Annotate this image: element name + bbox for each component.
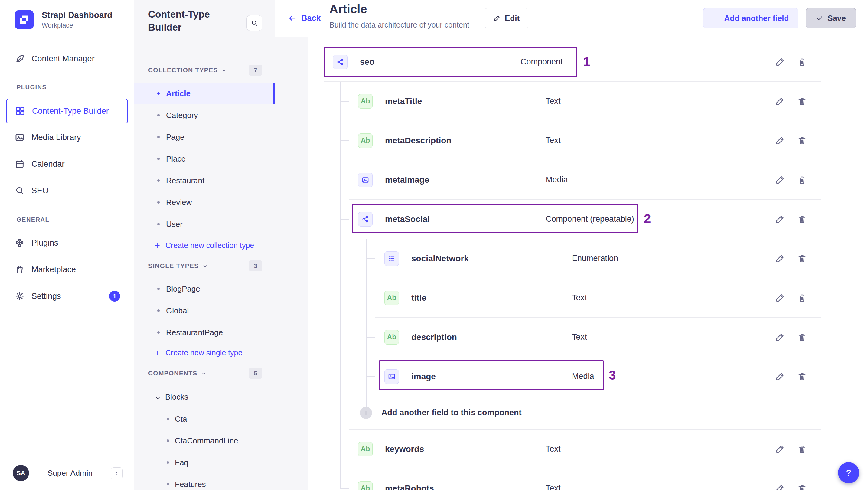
field-row-seo[interactable]: seo Component <box>324 42 822 82</box>
tree-line <box>340 140 349 141</box>
edit-field-button[interactable] <box>775 175 785 185</box>
edit-field-button[interactable] <box>775 444 785 454</box>
create-single-type-link[interactable]: Create new single type <box>154 345 242 360</box>
workspace-title: Strapi Dashboard <box>42 10 112 20</box>
help-button[interactable]: ? <box>838 462 859 483</box>
field-row-description[interactable]: Ab description Text <box>375 317 822 357</box>
sidebar-item-calendar[interactable]: Calendar <box>6 155 128 173</box>
collapse-sidebar-button[interactable] <box>111 467 123 480</box>
subnav-item-cta[interactable]: Cta <box>134 408 275 430</box>
edit-field-button[interactable] <box>775 484 785 490</box>
edit-field-button[interactable] <box>775 57 785 67</box>
field-row-keywords[interactable]: Ab keywords Text <box>349 429 822 469</box>
delete-field-button[interactable] <box>797 175 807 185</box>
sidebar-item-settings[interactable]: Settings 1 <box>6 287 128 305</box>
bullet-icon <box>157 331 160 334</box>
sidebar-item-marketplace[interactable]: Marketplace <box>6 261 128 279</box>
delete-field-button[interactable] <box>797 372 807 381</box>
field-row-metadescription[interactable]: Ab metaDescription Text <box>349 121 822 160</box>
text-field-icon: Ab <box>358 442 373 456</box>
text-field-icon: Ab <box>358 481 373 490</box>
subnav-item-place[interactable]: Place <box>134 148 275 170</box>
delete-field-button[interactable] <box>797 484 807 490</box>
bullet-icon <box>157 201 160 204</box>
count-badge: 7 <box>249 65 262 75</box>
field-row-title[interactable]: Ab title Text <box>375 278 822 317</box>
edit-field-button[interactable] <box>775 136 785 146</box>
main-content: Back Article Build the data architecture… <box>275 0 868 490</box>
subnav-item-ctacommandline[interactable]: CtaCommandLine <box>134 430 275 452</box>
collection-types-header[interactable]: COLLECTION TYPES 7 <box>148 64 262 76</box>
subnav-item-restaurantpage[interactable]: RestaurantPage <box>134 321 275 343</box>
field-row-metasocial[interactable]: metaSocial Component (repeatable) <box>349 200 822 239</box>
delete-field-button[interactable] <box>797 332 807 342</box>
delete-field-button[interactable] <box>797 57 807 67</box>
subnav-item-features[interactable]: Features <box>134 473 275 490</box>
subnav-title: Content-Type Builder <box>148 8 236 34</box>
create-collection-type-link[interactable]: Create new collection type <box>154 238 254 252</box>
search-button[interactable] <box>247 15 262 31</box>
delete-field-button[interactable] <box>797 444 807 454</box>
subnav-item-review[interactable]: Review <box>134 191 275 213</box>
edit-field-button[interactable] <box>775 96 785 106</box>
sidebar-item-media-library[interactable]: Media Library <box>6 128 128 146</box>
delete-field-button[interactable] <box>797 293 807 303</box>
edit-field-button[interactable] <box>775 332 785 342</box>
back-link[interactable]: Back <box>288 11 321 25</box>
field-row-image[interactable]: image Media <box>375 357 822 396</box>
bullet-icon <box>157 288 160 290</box>
content-type-builder-icon <box>15 106 25 116</box>
sidebar-item-plugins[interactable]: Plugins <box>6 234 128 252</box>
subnav-item-user[interactable]: User <box>134 213 275 235</box>
plus-icon <box>154 242 161 249</box>
subnav-item-page[interactable]: Page <box>134 126 275 148</box>
delete-field-button[interactable] <box>797 214 807 224</box>
user-name: Super Admin <box>48 468 93 478</box>
media-field-icon <box>358 173 373 187</box>
tree-line <box>340 101 349 102</box>
arrow-left-icon <box>288 13 297 23</box>
annotation-number-1: 1 <box>583 55 590 69</box>
delete-field-button[interactable] <box>797 136 807 146</box>
field-row-metarobots[interactable]: Ab metaRobots Text <box>349 469 822 490</box>
delete-field-button[interactable] <box>797 254 807 264</box>
annotation-number-2: 2 <box>644 211 651 226</box>
edit-field-button[interactable] <box>775 293 785 303</box>
edit-field-button[interactable] <box>775 214 785 224</box>
page-title: Article <box>329 2 367 16</box>
chevron-down-icon <box>202 263 208 269</box>
sidebar-item-content-manager[interactable]: Content Manager <box>6 50 128 68</box>
gear-icon <box>14 291 25 301</box>
edit-field-button[interactable] <box>775 254 785 264</box>
bullet-icon <box>157 114 160 117</box>
sidebar-item-label: Marketplace <box>31 265 76 274</box>
single-types-header[interactable]: SINGLE TYPES 3 <box>148 260 262 272</box>
add-another-field-button[interactable]: Add another field <box>703 8 798 28</box>
enumeration-icon <box>384 251 399 266</box>
field-row-metatitle[interactable]: Ab metaTitle Text <box>349 82 822 121</box>
annotation-number-3: 3 <box>609 368 616 382</box>
count-badge: 5 <box>249 368 262 379</box>
subnav-item-faq[interactable]: Faq <box>134 452 275 473</box>
edit-button[interactable]: Edit <box>485 8 528 28</box>
tree-line <box>366 258 375 259</box>
sidebar-item-content-type-builder[interactable]: Content-Type Builder <box>6 99 128 123</box>
delete-field-button[interactable] <box>797 96 807 106</box>
tree-line <box>366 239 367 413</box>
subnav-item-restaurant[interactable]: Restaurant <box>134 170 275 191</box>
subnav-item-category[interactable]: Category <box>134 104 275 126</box>
subnav-item-global[interactable]: Global <box>134 300 275 321</box>
sidebar-item-seo[interactable]: SEO <box>6 182 128 200</box>
component-category-blocks[interactable]: Blocks <box>155 388 188 405</box>
field-row-socialnetwork[interactable]: socialNetwork Enumeration <box>375 239 822 278</box>
subnav-item-article[interactable]: Article <box>134 83 275 104</box>
component-icon <box>333 55 347 69</box>
save-button[interactable]: Save <box>806 8 856 28</box>
edit-field-button[interactable] <box>775 372 785 381</box>
page-subtitle: Build the data architecture of your cont… <box>329 21 469 29</box>
components-header[interactable]: COMPONENTS 5 <box>148 367 262 379</box>
field-row-metaimage[interactable]: metaImage Media <box>349 160 822 200</box>
sidebar-item-label: Settings <box>31 292 61 301</box>
subnav-item-blogpage[interactable]: BlogPage <box>134 278 275 300</box>
add-field-to-component-button[interactable] <box>360 407 372 419</box>
